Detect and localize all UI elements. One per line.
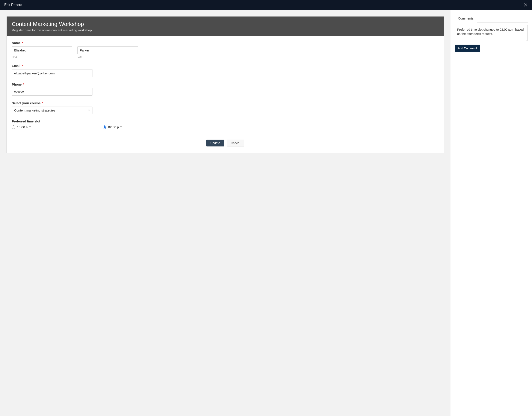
edit-record-card: Content Marketing Workshop Register here… [6, 16, 444, 153]
page-title: Edit Record [4, 3, 22, 7]
last-name-sublabel: Last [77, 55, 138, 58]
timeslot-radio-2[interactable] [103, 125, 106, 129]
required-marker: * [41, 101, 43, 105]
first-name-input[interactable] [12, 46, 72, 54]
timeslot-label: Preferred time slot [12, 119, 439, 123]
name-label: Name * [12, 41, 439, 45]
form-subtitle: Register here for the online content mar… [12, 28, 439, 32]
course-label: Select your course * [12, 101, 439, 105]
email-label: Email * [12, 64, 439, 67]
email-input[interactable] [12, 69, 93, 77]
card-header: Content Marketing Workshop Register here… [7, 17, 444, 36]
timeslot-radio-1[interactable] [12, 125, 15, 129]
close-icon[interactable] [523, 3, 528, 7]
comment-textarea[interactable] [455, 25, 528, 41]
phone-input[interactable] [12, 88, 93, 96]
required-marker: * [21, 64, 23, 67]
form-title: Content Marketing Workshop [12, 21, 439, 28]
timeslot-option-2-label: 02.00 p.m. [108, 125, 123, 129]
tab-comments[interactable]: Comments [455, 14, 477, 22]
required-marker: * [21, 41, 23, 45]
top-bar: Edit Record [0, 0, 532, 10]
course-select[interactable]: Content marketing strategies [12, 107, 93, 114]
first-name-sublabel: First [12, 55, 72, 58]
required-marker: * [22, 83, 24, 86]
timeslot-option-1[interactable]: 10.00 a.m. [12, 125, 32, 129]
timeslot-option-2[interactable]: 02.00 p.m. [103, 125, 123, 129]
phone-label: Phone * [12, 83, 439, 86]
update-button[interactable]: Update [206, 140, 224, 146]
comments-panel: Comments Add Comment [450, 10, 532, 416]
last-name-input[interactable] [77, 46, 138, 54]
add-comment-button[interactable]: Add Comment [455, 45, 480, 52]
cancel-button[interactable]: Cancel [227, 140, 244, 146]
tab-row: Comments [455, 14, 528, 22]
timeslot-option-1-label: 10.00 a.m. [17, 125, 32, 129]
